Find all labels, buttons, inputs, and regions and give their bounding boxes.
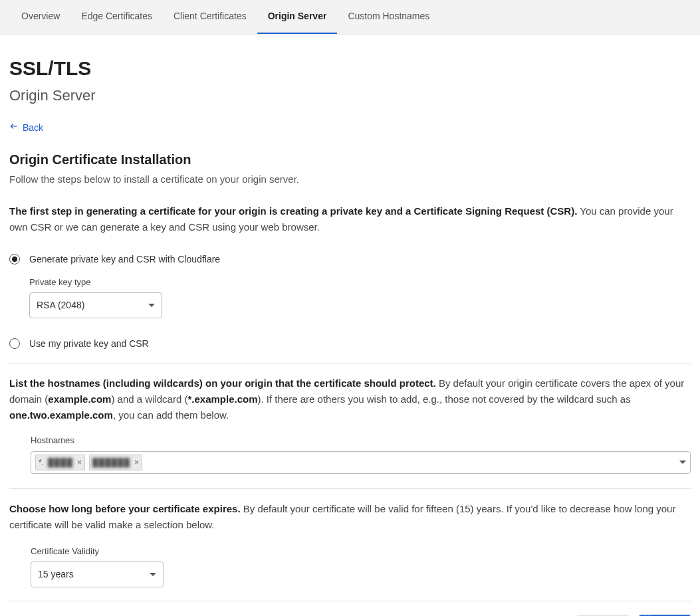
hostnames-paragraph: List the hostnames (including wildcards)…	[9, 375, 691, 423]
tab-overview[interactable]: Overview	[11, 0, 70, 34]
divider	[9, 363, 691, 363]
chevron-down-icon	[150, 573, 156, 576]
radio-own-csr-label: Use my private key and CSR	[29, 337, 691, 351]
tab-origin-server[interactable]: Origin Server	[257, 0, 338, 34]
csr-lead-bold: The first step in generating a certifica…	[9, 205, 577, 217]
validity-lead-bold: Choose how long before your certificate …	[9, 503, 241, 514]
chevron-down-icon[interactable]	[679, 461, 686, 464]
radio-own-csr[interactable]: Use my private key and CSR	[9, 337, 691, 351]
csr-paragraph: The first step in generating a certifica…	[9, 203, 691, 235]
hostname-chip-apex[interactable]: ██████ ×	[89, 455, 142, 470]
hostnames-lead-bold: List the hostnames (including wildcards)…	[9, 377, 436, 389]
radio-generate-csr-label: Generate private key and CSR with Cloudf…	[29, 253, 691, 266]
radio-generate-csr[interactable]: Generate private key and CSR with Cloudf…	[9, 253, 691, 319]
close-icon[interactable]: ×	[134, 457, 139, 468]
validity-label: Certificate Validity	[31, 545, 691, 558]
install-desc: Follow the steps below to install a cert…	[9, 172, 691, 187]
tab-client-certificates[interactable]: Client Certificates	[163, 0, 257, 34]
private-key-type-select[interactable]: RSA (2048)	[29, 292, 162, 318]
arrow-left-icon	[9, 121, 19, 135]
private-key-type-value: RSA (2048)	[37, 298, 84, 312]
page-title: SSL/TLS	[9, 53, 691, 83]
csr-radio-group: Generate private key and CSR with Cloudf…	[9, 253, 691, 352]
tabs-bar: Overview Edge Certificates Client Certif…	[0, 0, 700, 35]
hostname-chip-wildcard[interactable]: *.████ ×	[35, 455, 85, 470]
divider	[9, 488, 691, 489]
hostnames-label: Hostnames	[31, 434, 691, 447]
hostnames-input[interactable]: *.████ × ██████ ×	[31, 451, 691, 474]
install-title: Origin Certificate Installation	[9, 150, 691, 169]
back-label: Back	[23, 121, 43, 135]
close-icon[interactable]: ×	[77, 457, 82, 468]
validity-select[interactable]: 15 years	[31, 562, 164, 587]
back-link[interactable]: Back	[9, 121, 43, 135]
page-subtitle: Origin Server	[9, 84, 691, 106]
validity-value: 15 years	[38, 567, 74, 581]
tab-edge-certificates[interactable]: Edge Certificates	[70, 0, 163, 34]
tab-custom-hostnames[interactable]: Custom Hostnames	[337, 0, 440, 34]
chevron-down-icon	[148, 304, 155, 307]
private-key-type-label: Private key type	[29, 276, 691, 289]
validity-paragraph: Choose how long before your certificate …	[9, 501, 691, 533]
radio-button-unselected[interactable]	[9, 338, 20, 349]
divider	[9, 601, 691, 601]
radio-button-selected[interactable]	[9, 254, 20, 264]
